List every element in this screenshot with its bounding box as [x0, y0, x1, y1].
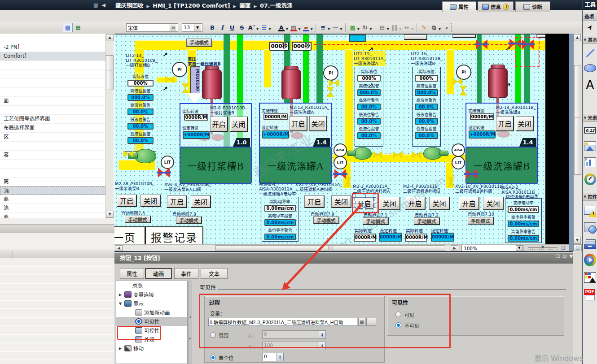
open-button[interactable]: 开启 — [496, 116, 514, 131]
visible-radio[interactable] — [395, 312, 401, 317]
section-controls[interactable]: ∨控件 — [583, 192, 597, 201]
value-field[interactable]: 0.00ms/cm — [508, 221, 539, 227]
project-tree-item[interactable] — [0, 70, 106, 79]
valve-icon[interactable] — [182, 83, 189, 93]
expand-icon[interactable]: ▶ — [119, 293, 124, 297]
panel-splitter[interactable] — [569, 34, 574, 251]
close-button[interactable]: 关闭 — [309, 116, 327, 131]
line-weight-icon[interactable]: — — [331, 23, 340, 32]
value-field[interactable]: 00.0% — [357, 132, 381, 139]
line-style-icon[interactable]: ≡ — [319, 23, 328, 32]
font-family-select[interactable]: 宋体▤ — [126, 23, 178, 32]
gauge-tool-icon[interactable] — [584, 173, 596, 186]
open-button[interactable]: 开启 — [117, 195, 137, 207]
browse-button[interactable]: … — [366, 318, 376, 326]
open-button[interactable]: 开启 — [210, 117, 228, 132]
scrollbar-thumb[interactable] — [106, 55, 114, 90]
side-tab-diagnostics[interactable]: 诊断 — [515, 1, 550, 12]
layer-icon[interactable]: ⧉ — [430, 23, 439, 32]
tab-texts[interactable]: 文本 — [201, 268, 228, 279]
value-field[interactable]: 000% — [357, 75, 381, 82]
scroll-right-icon[interactable]: ▶ — [451, 245, 458, 251]
close-button[interactable]: 关闭 — [516, 116, 534, 131]
zoom-select[interactable]: 100%▼ — [461, 245, 523, 251]
italic-icon[interactable]: I — [218, 23, 227, 32]
fit-screen-icon[interactable]: ❏ — [574, 244, 582, 251]
value-field[interactable]: 000.0% — [127, 94, 154, 101]
rotate-icon[interactable]: ↻ — [360, 23, 369, 32]
project-tree-item[interactable] — [0, 160, 106, 169]
collapse-left-icon[interactable]: ◀ — [101, 2, 105, 8]
value-field[interactable]: 0000R/M — [379, 233, 402, 242]
valve-icon[interactable] — [329, 79, 339, 87]
selection-handle[interactable] — [373, 201, 376, 204]
section-elements[interactable]: ∨元素 — [583, 113, 597, 122]
selection-handle[interactable] — [353, 201, 356, 204]
value-field[interactable]: 00.0% — [357, 118, 381, 125]
animation-tree-item[interactable]: ▶ 变量连接 — [116, 290, 187, 299]
value-field[interactable]: 000.0% — [415, 89, 438, 96]
value-field[interactable]: 00.0% — [127, 123, 154, 130]
project-tree-item[interactable]: 区 — [0, 133, 106, 142]
bold-icon[interactable]: B — [208, 23, 217, 32]
project-tree-item[interactable]: 涤 — [0, 204, 106, 213]
valve-red-icon[interactable] — [476, 39, 487, 49]
breadcrumb-screen[interactable]: 07.一级洗涤 — [260, 2, 292, 9]
valve-red-icon[interactable] — [509, 39, 521, 48]
close-button[interactable]: 关闭 — [230, 117, 248, 132]
options-header[interactable]: 选项 — [583, 12, 597, 21]
line-tool-icon[interactable] — [584, 47, 596, 59]
value-field[interactable]: 00.0% — [357, 104, 381, 110]
graphic-view-tool-icon[interactable] — [584, 141, 596, 152]
html-browser-tool-icon[interactable] — [584, 220, 596, 235]
manual-mode-button[interactable]: 手动模式 — [125, 216, 151, 223]
valve-red-icon[interactable] — [334, 169, 346, 179]
project-tree-item[interactable]: -2 PN] — [0, 43, 106, 52]
project-tree-item[interactable] — [0, 106, 106, 115]
value-field[interactable]: 00.0% — [127, 108, 154, 115]
project-tree-item[interactable]: 离 — [0, 213, 106, 218]
value-field[interactable]: 0000R/M — [470, 113, 494, 120]
canvas-hscrollbar[interactable]: ◀ |||| ▶ — [114, 244, 459, 251]
fill-style-icon[interactable]: ▩ — [348, 23, 357, 32]
export-table-icon[interactable]: ⊞ — [74, 23, 83, 32]
scroll-up-icon[interactable]: ▲ — [106, 34, 114, 41]
value-field[interactable]: 0.00ms/cm — [264, 219, 296, 226]
pdf-view-tool-icon[interactable]: PDF — [584, 287, 596, 302]
tank[interactable]: 一级打浆槽B — [180, 147, 252, 184]
tab-animations[interactable]: 动画 — [145, 268, 172, 279]
cutoff-button[interactable] — [452, 35, 476, 38]
animation-tree-item[interactable]: 添加新动画 — [116, 308, 187, 317]
alarm-window-tool-icon[interactable] — [584, 270, 596, 285]
format-painter-icon[interactable]: ✎ — [420, 23, 429, 32]
animation-tree-item[interactable]: 外观 — [116, 335, 187, 344]
align-objects-icon[interactable]: ⊟ — [378, 23, 387, 32]
manual-mode-button[interactable]: 手动模式 — [468, 217, 494, 225]
manual-mode-button[interactable]: 手动模式 — [176, 217, 202, 224]
window-split-icon[interactable]: ▤ — [63, 23, 73, 32]
valve-red-icon[interactable] — [522, 39, 534, 49]
side-tab-properties[interactable]: 属性 — [442, 1, 476, 12]
animation-tree-item[interactable]: 可见性 — [116, 317, 187, 326]
value-field[interactable]: 0000R/M — [405, 234, 427, 242]
valve-icon[interactable] — [393, 151, 403, 158]
valve-red-icon[interactable] — [465, 169, 477, 179]
project-tree-item[interactable]: Comfort] — [0, 52, 106, 61]
font-size-up-icon[interactable]: A˄ — [247, 23, 256, 32]
font-color-icon[interactable]: A — [277, 23, 286, 32]
project-tree-item[interactable] — [0, 61, 106, 70]
value-field[interactable]: 00.0% — [415, 132, 438, 139]
ellipse-tool-icon[interactable] — [584, 63, 596, 74]
project-tree-item[interactable]: 离 — [0, 178, 106, 186]
value-field[interactable]: +0000R/M — [262, 130, 289, 139]
value-field[interactable]: 00.0% — [415, 104, 438, 110]
alarm-view-tool-icon[interactable]: ! — [584, 203, 596, 218]
animation-tree-item[interactable]: ▼ 显示 — [116, 299, 187, 308]
breadcrumb-project[interactable]: 肇庆铜回收 — [115, 2, 144, 9]
selection-handle[interactable] — [353, 195, 356, 198]
alarm-log-button[interactable]: 报警记录 — [145, 226, 203, 245]
distribute-icon[interactable]: ∥∥ — [390, 23, 399, 32]
border-color-icon[interactable]: ▰ — [302, 23, 311, 32]
project-tree-item[interactable]: 工艺位图号选择界面 — [0, 115, 106, 124]
scroll-down-icon[interactable]: ▼ — [574, 237, 581, 244]
